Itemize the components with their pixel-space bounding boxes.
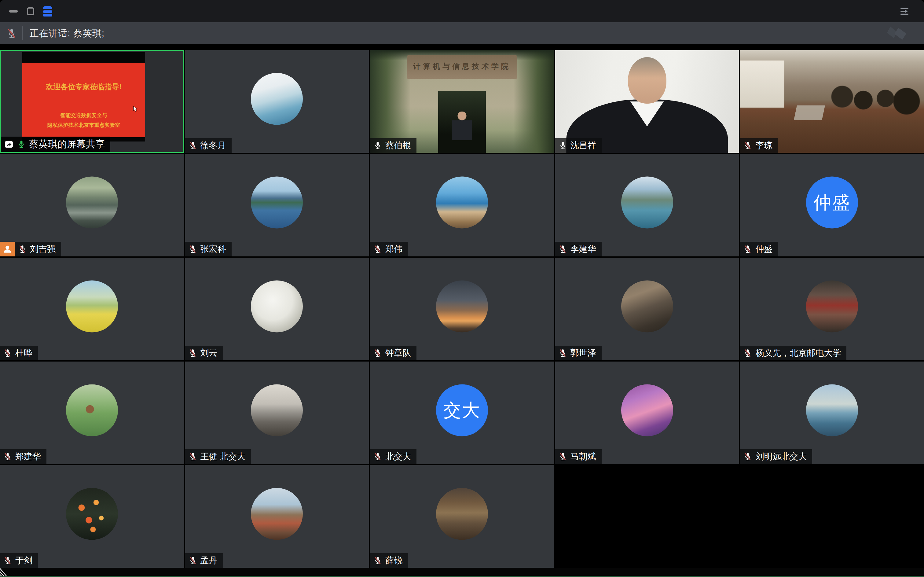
empty-tile — [740, 465, 924, 568]
participant-name: 仲盛 — [755, 245, 773, 253]
avatar — [806, 384, 858, 436]
menu-button[interactable] — [42, 6, 53, 17]
tile-label: 杜晔 — [0, 346, 38, 360]
participant-tile[interactable]: 郭世泽 — [555, 258, 739, 360]
tile-label: 杨义先，北京邮电大学 — [740, 346, 847, 360]
tile-label: 郑建华 — [0, 449, 47, 464]
participant-tile[interactable]: 李建华 — [555, 154, 739, 257]
participant-tile[interactable]: 于剑 — [0, 465, 184, 568]
participant-name: 北交大 — [385, 452, 411, 461]
participant-tile[interactable]: 张宏科 — [185, 154, 369, 257]
participant-tile[interactable]: 刘明远北交大 — [740, 361, 924, 464]
participant-name: 蔡英琪的屏幕共享 — [29, 139, 105, 149]
participant-tile[interactable]: 刘云 — [185, 258, 369, 360]
tile-label: 王健 北交大 — [185, 449, 251, 464]
participant-tile[interactable]: 沈昌祥 — [555, 50, 739, 153]
participant-tile[interactable]: 郑建华 — [0, 361, 184, 464]
avatar — [436, 177, 488, 229]
participant-tile[interactable]: 刘吉强 — [0, 154, 184, 257]
resize-grip-icon[interactable] — [0, 568, 12, 576]
name-chip: 孟丹 — [185, 553, 223, 568]
name-chip: 徐冬月 — [185, 138, 232, 153]
avatar — [621, 280, 673, 332]
participant-tile[interactable]: 杜晔 — [0, 258, 184, 360]
video-figure — [628, 57, 666, 103]
tile-label: 李建华 — [555, 242, 602, 256]
mic-muted-icon — [6, 28, 17, 39]
mic-muted-icon — [3, 556, 12, 565]
mic-muted-icon — [3, 452, 12, 461]
avatar — [621, 384, 673, 436]
minimize-button[interactable] — [8, 6, 19, 17]
tile-label: 刘云 — [185, 346, 223, 360]
participant-tile[interactable]: 钟章队 — [370, 258, 554, 360]
name-chip: 蔡英琪的屏幕共享 — [1, 137, 110, 152]
name-chip: 张宏科 — [185, 242, 232, 256]
participant-tile[interactable]: 徐冬月 — [185, 50, 369, 153]
avatar-initials: 仲盛 — [806, 177, 858, 229]
mic-muted-icon — [743, 141, 752, 150]
participant-name: 薛锐 — [385, 556, 402, 565]
mic-live-icon — [373, 141, 382, 150]
participant-tile[interactable]: 交大北交大 — [370, 361, 554, 464]
avatar — [66, 177, 118, 229]
host-badge — [0, 242, 14, 256]
participant-name: 刘吉强 — [30, 245, 56, 253]
avatar — [66, 384, 118, 436]
avatar — [251, 73, 303, 125]
mic-muted-icon — [743, 452, 752, 461]
panel-toggle-button[interactable] — [899, 6, 910, 17]
name-chip: 于剑 — [0, 553, 38, 568]
participant-tile[interactable]: 孟丹 — [185, 465, 369, 568]
mic-muted-icon — [373, 245, 382, 254]
participant-tile[interactable]: 杨义先，北京邮电大学 — [740, 258, 924, 360]
mic-live-icon — [558, 141, 567, 150]
top-gap — [0, 44, 924, 50]
mic-muted-icon — [743, 245, 752, 254]
video-figure — [740, 61, 784, 108]
tile-label: 蔡伯根 — [370, 138, 417, 153]
name-chip: 蔡伯根 — [370, 138, 417, 153]
participant-name: 杜晔 — [15, 349, 32, 357]
avatar — [251, 488, 303, 540]
avatar-initials-text: 仲盛 — [813, 191, 851, 214]
mic-muted-icon — [188, 556, 197, 565]
participant-name: 杨义先，北京邮电大学 — [755, 349, 841, 357]
avatar — [251, 384, 303, 436]
mic-muted-icon — [373, 348, 382, 358]
mic-muted-icon — [188, 452, 197, 461]
name-chip: 北交大 — [370, 449, 417, 464]
shared-screen: 欢迎各位专家莅临指导!智能交通数据安全与隐私保护技术北京市重点实验室 — [22, 52, 145, 142]
building-sign-text: 计算机与信息技术学院 — [407, 61, 517, 71]
participant-name: 蔡伯根 — [385, 141, 411, 150]
tile-label: 沈昌祥 — [555, 138, 602, 153]
participant-tile[interactable]: 薛锐 — [370, 465, 554, 568]
tile-label: 薛锐 — [370, 553, 408, 568]
participant-name: 马朝斌 — [570, 452, 596, 461]
maximize-button[interactable] — [25, 6, 36, 17]
participant-tile[interactable]: 仲盛仲盛 — [740, 154, 924, 257]
tile-label: 郭世泽 — [555, 346, 602, 360]
mic-muted-icon — [188, 245, 197, 254]
name-chip: 杜晔 — [0, 346, 38, 360]
tile-label: 钟章队 — [370, 346, 417, 360]
avatar-initials: 交大 — [436, 384, 488, 436]
mic-muted-icon — [3, 348, 12, 358]
tile-label: 李琼 — [740, 138, 778, 153]
participant-tile[interactable]: 李琼 — [740, 50, 924, 153]
video-figure — [452, 111, 472, 140]
speaking-statusbar: 正在讲话: 蔡英琪; — [0, 22, 924, 44]
panel-toggle-icon — [899, 6, 910, 17]
avatar-initials-text: 交大 — [443, 398, 481, 422]
name-chip: 仲盛 — [740, 242, 778, 256]
participant-tile[interactable]: 王健 北交大 — [185, 361, 369, 464]
maximize-icon — [27, 7, 34, 15]
participant-tile[interactable]: 郑伟 — [370, 154, 554, 257]
participant-tile[interactable]: 计算机与信息技术学院蔡伯根 — [370, 50, 554, 153]
video-figure — [828, 81, 920, 116]
screen-share-tile[interactable]: 欢迎各位专家莅临指导!智能交通数据安全与隐私保护技术北京市重点实验室蔡英琪的屏幕… — [0, 50, 184, 153]
slide-subtitle: 智能交通数据安全与 — [22, 112, 145, 119]
tile-label: 刘吉强 — [0, 242, 61, 256]
shared-slide: 欢迎各位专家莅临指导!智能交通数据安全与隐私保护技术北京市重点实验室 — [22, 63, 145, 137]
participant-tile[interactable]: 马朝斌 — [555, 361, 739, 464]
